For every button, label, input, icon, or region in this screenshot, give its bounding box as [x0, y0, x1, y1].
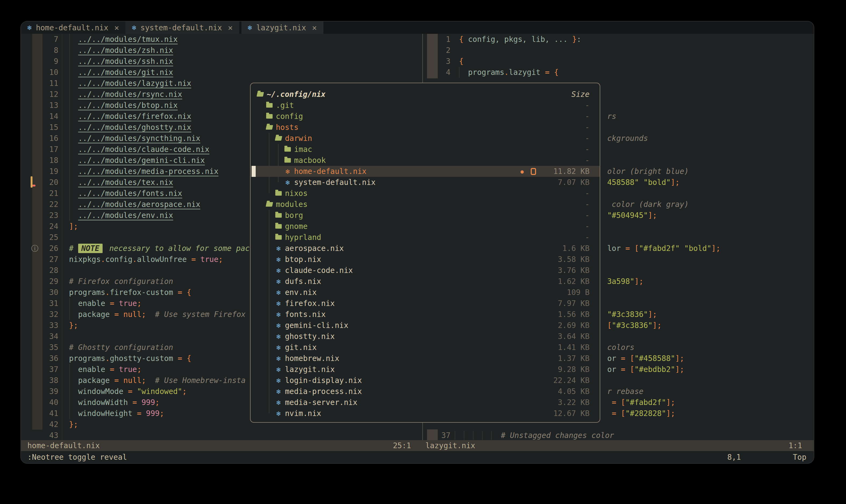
tree-item-size: -	[585, 156, 589, 165]
folder-icon	[284, 158, 291, 163]
tree-item-label: firefox.nix	[285, 299, 335, 308]
code-line[interactable]: 10 ../../modules/git.nix	[21, 67, 422, 78]
tree-item-config[interactable]: config-	[251, 111, 600, 122]
tree-item-label: lazygit.nix	[285, 365, 335, 374]
tree-item-gemini-cli.nix[interactable]: ❄gemini-cli.nix2.69 KB	[251, 320, 600, 331]
tree-item-size: 1.56 KB	[558, 310, 589, 319]
tree-item-dufs.nix[interactable]: ❄dufs.nix1.62 KB	[251, 276, 600, 287]
line-number: 9	[21, 56, 58, 67]
tree-item-.git[interactable]: .git-	[251, 100, 600, 111]
code-line[interactable]: 2	[423, 45, 814, 56]
ruler-position: 8,1	[727, 451, 741, 463]
tree-item-hyprland[interactable]: hyprland-	[251, 232, 600, 243]
comment-text: # Unstagged changes color	[501, 430, 614, 440]
tree-item-macbook[interactable]: macbook-	[251, 155, 600, 166]
terminal-cursor	[252, 166, 256, 177]
line-number: 39	[21, 386, 58, 397]
tree-item-btop.nix[interactable]: ❄btop.nix3.58 KB	[251, 254, 600, 265]
line-number: 41	[21, 408, 58, 419]
code-line[interactable]: 43	[21, 430, 422, 440]
tree-item-size: 9.28 KB	[558, 365, 589, 374]
tree-item-imac[interactable]: imac-	[251, 144, 600, 155]
tree-item-lazygit.nix[interactable]: ❄lazygit.nix9.28 KB	[251, 364, 600, 375]
tree-item-size: 1.62 KB	[558, 277, 589, 286]
tree-item-git.nix[interactable]: ❄git.nix1.41 KB	[251, 342, 600, 353]
line-number: 7	[21, 34, 58, 45]
tree-item-label: home-default.nix	[294, 167, 367, 176]
code-fragment: 3a598"];	[607, 276, 643, 287]
code-line[interactable]: 9 ../../modules/ssh.nix	[21, 56, 422, 67]
tree-item-size: 4.05 KB	[558, 387, 589, 396]
nix-snowflake-icon: ❄	[275, 377, 282, 384]
nix-snowflake-icon: ❄	[275, 267, 282, 274]
tree-item-label: nixos	[285, 189, 308, 198]
tree-item-label: imac	[294, 145, 312, 154]
tree-item-label: git.nix	[285, 343, 317, 352]
nix-snowflake-icon: ❄	[275, 288, 282, 296]
code-line[interactable]: 4 programs.lazygit = {	[423, 67, 814, 78]
code-line[interactable]: 1{ config, pkgs, lib, ... }:	[423, 34, 814, 45]
code-line[interactable]: 37# Unstagged changes color	[423, 430, 814, 440]
line-number: 21	[21, 188, 58, 199]
command-text: :Neotree toggle reveal	[28, 451, 127, 463]
line-number: 28	[21, 265, 58, 276]
tree-item-media-server.nix[interactable]: ❄media-server.nix3.22 KB	[251, 397, 600, 408]
tree-item-ghostty.nix[interactable]: ❄ghostty.nix3.64 KB	[251, 331, 600, 342]
tree-item-home-default.nix[interactable]: ❄home-default.nix●11.82 KB	[251, 166, 600, 177]
tree-item-label: ghostty.nix	[285, 332, 335, 341]
line-number: 27	[21, 254, 58, 265]
tree-item-system-default.nix[interactable]: ❄system-default.nix7.07 KB	[251, 177, 600, 188]
tree-item-size: 7.07 KB	[558, 178, 589, 187]
tree-item-label: config	[276, 112, 303, 121]
tree-item-size: 7.97 KB	[558, 299, 589, 308]
code-line[interactable]: 8 ../../modules/zsh.nix	[21, 45, 422, 56]
code-fragment: = ["#282828"];	[607, 408, 675, 419]
indent-guide	[491, 431, 492, 440]
tree-item-fonts.nix[interactable]: ❄fonts.nix1.56 KB	[251, 309, 600, 320]
code-fragment: color (dark gray)	[607, 199, 689, 210]
tree-item-size: -	[585, 233, 589, 242]
nix-snowflake-icon: ❄	[275, 300, 282, 308]
tree-item-size: -	[585, 145, 589, 154]
tree-item-claude-code.nix[interactable]: ❄claude-code.nix3.76 KB	[251, 265, 600, 276]
tree-item-homebrew.nix[interactable]: ❄homebrew.nix1.37 KB	[251, 353, 600, 364]
tree-item-label: .git	[276, 101, 294, 110]
tree-item-size: 3.22 KB	[558, 398, 589, 407]
tree-item-media-process.nix[interactable]: ❄media-process.nix4.05 KB	[251, 386, 600, 397]
tree-item-darwin[interactable]: darwin-	[251, 133, 600, 144]
line-number: 1	[423, 34, 450, 45]
tree-item-gnome[interactable]: gnome-	[251, 221, 600, 232]
tree-item-borg[interactable]: borg-	[251, 210, 600, 221]
tree-item-login-display.nix[interactable]: ❄login-display.nix22.24 KB	[251, 375, 600, 386]
tree-item-label: dufs.nix	[285, 277, 321, 286]
neotree-root-row[interactable]: ~/.config/nix Size	[251, 89, 600, 100]
tree-item-size: -	[585, 101, 589, 110]
nix-snowflake-icon: ❄	[275, 410, 282, 418]
code-fragment: or = ["#ebdbb2"];	[607, 364, 684, 375]
tree-item-label: media-process.nix	[285, 387, 362, 396]
tree-item-size: 11.82 KB	[553, 167, 589, 176]
git-change-sign	[31, 176, 33, 187]
line-number: 36	[21, 353, 58, 364]
tree-item-nixos[interactable]: nixos-	[251, 188, 600, 199]
line-number: 2	[423, 45, 450, 56]
command-line[interactable]: :Neotree toggle reveal 8,1 Top	[21, 451, 814, 463]
code-line[interactable]: 3{	[423, 56, 814, 67]
code-fragment: 458588" "bold"];	[607, 177, 680, 188]
code-line[interactable]: 7 ../../modules/tmux.nix	[21, 34, 422, 45]
tree-item-label: nvim.nix	[285, 409, 321, 418]
folder-icon	[275, 235, 282, 240]
tree-item-modules[interactable]: modules-	[251, 199, 600, 210]
tree-item-aerospace.nix[interactable]: ❄aerospace.nix1.6 KB	[251, 243, 600, 254]
folder-icon	[284, 147, 291, 151]
tree-item-size: -	[585, 189, 589, 198]
indent-guide	[464, 431, 464, 440]
tree-item-hosts[interactable]: hosts-	[251, 122, 600, 133]
tree-item-firefox.nix[interactable]: ❄firefox.nix7.97 KB	[251, 298, 600, 309]
folder-icon	[275, 224, 282, 229]
tree-item-label: darwin	[285, 134, 312, 143]
tree-item-env.nix[interactable]: ❄env.nix109 B	[251, 287, 600, 298]
terminal-window: ❄home-default.nix×❄system-default.nix×❄l…	[20, 21, 814, 464]
tree-item-label: gnome	[285, 222, 308, 231]
tree-item-nvim.nix[interactable]: ❄nvim.nix12.67 KB	[251, 408, 600, 419]
